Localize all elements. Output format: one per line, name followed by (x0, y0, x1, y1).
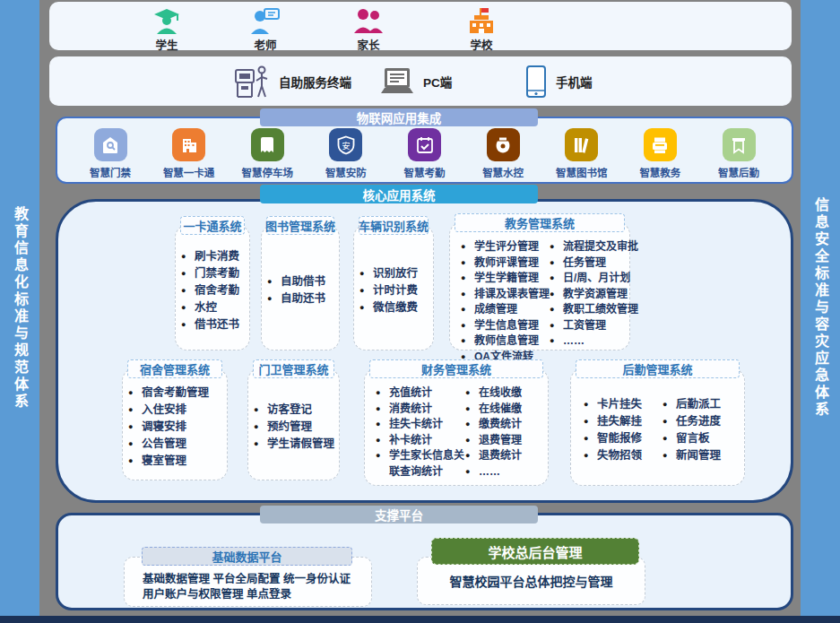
system-item-list: 识别放行计时计费微信缴费 (359, 265, 428, 316)
list-item: …… (550, 333, 638, 350)
system-title: 后勤管理系统 (576, 359, 740, 378)
user-parents: 家长 (328, 7, 409, 53)
list-item: 补卡统计 (376, 433, 465, 449)
user-label: 学校 (470, 36, 492, 53)
parents-icon (353, 7, 384, 34)
iot-item-parking: 智慧停车场 (234, 128, 300, 179)
list-item: 访客登记 (254, 402, 333, 419)
list-item: 公告管理 (128, 436, 221, 453)
left-sidebar-label: 教育信息化标准与规范体系 (9, 206, 30, 411)
parking-icon (251, 128, 284, 161)
system-academic: 教务管理系统 学生评分管理教师评课管理学生学籍管理排课及课表管理成绩管理学生信息… (449, 222, 630, 350)
books-icon (565, 128, 598, 161)
list-item: 排课及课表管理 (461, 287, 550, 303)
iot-label: 智慧考勤 (404, 165, 446, 179)
list-item: 挂失卡统计 (376, 417, 465, 433)
iot-label: 智慧安防 (325, 165, 367, 179)
list-item: 消费统计 (376, 402, 465, 418)
list-item: 教师评课管理 (461, 255, 550, 272)
list-item: 借书还书 (181, 316, 244, 333)
system-vehicle: 车辆识别系统 识别放行计时计费微信缴费 (353, 225, 434, 350)
list-item: 宿舍考勤 (181, 282, 244, 299)
laptop-icon (379, 66, 415, 97)
shield-icon: 安 (329, 128, 362, 161)
smart-campus-architecture-diagram: 教育信息化标准与规范体系 信息安全标准与容灾应急体系 学生 老师 (0, 0, 840, 623)
list-item: 学生评分管理 (461, 239, 550, 255)
terminal-label: 自助服务终端 (279, 73, 351, 91)
user-label: 学生 (155, 36, 178, 53)
teacher-icon (250, 7, 281, 34)
list-item: 退费统计 (465, 448, 522, 464)
system-dorm: 宿舍管理系统 宿舍考勤管理入住安排调寝安排公告管理寝室管理 (122, 368, 228, 480)
list-item: 计时计费 (359, 282, 428, 299)
svg-text:安: 安 (342, 140, 350, 150)
support-section-title: 支撑平台 (260, 506, 538, 523)
list-item: 预约管理 (254, 419, 333, 436)
terminal-pc: PC端 (379, 56, 452, 106)
terminal-label: PC端 (423, 73, 452, 91)
banner-icon (723, 128, 756, 161)
list-item: 刷卡消费 (181, 248, 244, 265)
list-item: 智能报修 (584, 430, 662, 447)
list-item: 调寝安排 (128, 419, 221, 436)
system-title: 宿舍管理系统 (127, 359, 222, 378)
list-item: 自助还书 (267, 290, 333, 307)
list-item: 入住安排 (128, 402, 221, 419)
system-item-list: 卡片挂失挂失解挂智能报修失物招领 (584, 396, 662, 464)
iot-item-onecard: 智慧一卡通 (156, 128, 222, 179)
base-platform-line: 基础数据管理 平台全局配置 统一身份认证 (143, 572, 371, 587)
list-item: 微信缴费 (359, 299, 428, 316)
list-item: 教学资源管理 (550, 287, 638, 303)
system-item-list: 自助借书自助还书 (267, 273, 333, 307)
list-item: 学生学籍管理 (461, 271, 550, 287)
iot-section-title: 物联网应用集成 (260, 108, 538, 126)
user-label: 家长 (357, 36, 379, 53)
school-icon (466, 7, 497, 34)
terminals-row: 自助服务终端 PC端 手机端 (49, 56, 792, 106)
iot-label: 智慧教务 (639, 165, 680, 179)
system-item-list: 充值统计消费统计挂失卡统计补卡统计学生家长信息关联查询统计 (376, 385, 465, 480)
terminal-mobile: 手机端 (524, 56, 593, 106)
student-icon (152, 7, 181, 34)
system-title: 一卡通系统 (180, 216, 245, 235)
water-icon (487, 128, 520, 161)
list-item: 在线收缴 (465, 385, 522, 402)
list-item: 后勤派工 (662, 396, 721, 413)
iot-item-door-access: 智慧门禁 (77, 128, 143, 179)
terminal-kiosk: 自助服务终端 (233, 56, 351, 106)
list-item: 成绩管理 (461, 302, 550, 318)
system-library: 图书管理系统 自助借书自助还书 (261, 225, 340, 350)
onecard-icon (172, 128, 205, 161)
system-item-list: 在线收缴在线催缴缴费统计退费管理退费统计…… (465, 385, 522, 480)
iot-label: 智慧一卡通 (163, 165, 215, 179)
list-item: 留言板 (662, 430, 721, 447)
list-item: 学生信息管理 (461, 318, 550, 334)
core-section-title: 核心应用系统 (260, 185, 538, 203)
right-security-sidebar: 信息安全标准与容灾应急体系 (801, 0, 840, 616)
user-school: 学校 (441, 7, 522, 53)
list-item: 寝室管理 (128, 453, 221, 470)
list-item: 新闻管理 (662, 447, 721, 464)
iot-label: 智慧水控 (482, 165, 524, 179)
system-item-list: 后勤派工任务进度留言板新闻管理 (662, 396, 721, 464)
iot-item-water: 智慧水控 (470, 128, 536, 179)
list-item: 教师信息管理 (461, 333, 550, 350)
door-access-icon (94, 128, 127, 161)
iot-label: 智慧后勤 (718, 165, 759, 179)
kiosk-icon (233, 63, 271, 100)
system-title: 教务管理系统 (455, 213, 625, 232)
list-item: 卡片挂失 (584, 396, 662, 413)
iot-label: 智慧门禁 (90, 165, 131, 179)
system-logistics: 后勤管理系统 卡片挂失挂失解挂智能报修失物招领 后勤派工任务进度留言板新闻管理 (570, 368, 745, 486)
list-item: 充值统计 (376, 385, 465, 402)
list-item: 在线催缴 (465, 402, 522, 418)
support-section: 基础数据平台 基础数据管理 平台全局配置 统一身份认证 用户账户与权限管理 单点… (56, 513, 793, 610)
user-label: 老师 (254, 36, 276, 53)
list-item: 任务管理 (550, 255, 638, 272)
right-sidebar-label: 信息安全标准与容灾应急体系 (810, 197, 831, 419)
user-student: 学生 (126, 7, 207, 53)
system-title: 图书管理系统 (266, 216, 334, 235)
list-item: 挂失解挂 (584, 413, 662, 430)
list-item: 任务进度 (662, 413, 721, 430)
iot-label: 智慧停车场 (242, 165, 294, 179)
